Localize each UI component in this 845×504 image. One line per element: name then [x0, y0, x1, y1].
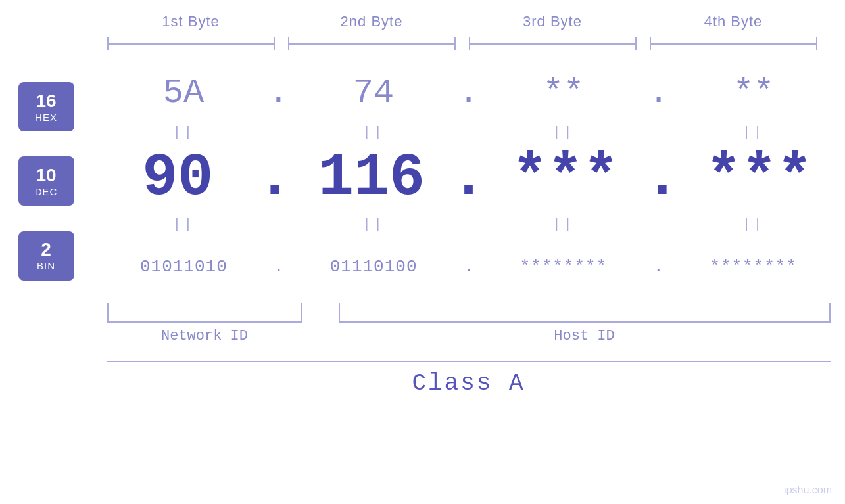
eq-row-1: || || || ||	[92, 122, 845, 142]
bin-badge-label: BIN	[37, 260, 55, 271]
hex-byte3: **	[479, 74, 648, 112]
bin-dot3: .	[648, 257, 668, 277]
dec-badge-label: DEC	[35, 186, 58, 197]
base-labels-column: 16 HEX 10 DEC 2 BIN	[0, 63, 92, 300]
bin-dot1: .	[269, 257, 289, 277]
dec-byte4: ***	[680, 145, 838, 212]
eq2-b2: ||	[289, 216, 459, 233]
hex-row: 5A . 74 . ** . **	[92, 63, 845, 122]
byte2-bracket	[288, 37, 456, 50]
host-id-label: Host ID	[339, 328, 831, 344]
network-id-label: Network ID	[107, 328, 302, 344]
hex-badge-label: HEX	[35, 112, 57, 123]
class-bracket-line	[107, 361, 831, 362]
hex-badge: 16 HEX	[18, 82, 74, 131]
bin-byte2: 01110100	[289, 257, 459, 277]
bin-byte4: ********	[668, 257, 838, 277]
hex-badge-num: 16	[36, 91, 56, 112]
bin-row: 01011010 . 01110100 . ******** . *******…	[92, 234, 845, 300]
network-id-bracket	[107, 303, 302, 323]
byte2-header: 2nd Byte	[281, 13, 462, 30]
dec-dot2: .	[450, 145, 486, 212]
host-id-bracket	[339, 303, 831, 323]
byte4-header: 4th Byte	[643, 13, 824, 30]
eq1-b3: ||	[479, 124, 649, 141]
watermark: ipshu.com	[784, 484, 832, 496]
dec-byte2: 116	[293, 145, 451, 212]
byte4-bracket	[650, 37, 817, 50]
hex-dot3: .	[648, 74, 669, 112]
eq1-b4: ||	[668, 124, 838, 141]
eq1-b1: ||	[99, 124, 269, 141]
eq2-b3: ||	[479, 216, 649, 233]
dec-byte3: ***	[487, 145, 645, 212]
bin-byte1: 01011010	[99, 257, 269, 277]
bin-byte3: ********	[479, 257, 649, 277]
byte3-header: 3rd Byte	[462, 13, 643, 30]
eq2-b1: ||	[99, 216, 269, 233]
hex-byte4: **	[669, 74, 838, 112]
eq2-b4: ||	[668, 216, 838, 233]
bin-badge: 2 BIN	[18, 231, 74, 281]
class-label: Class A	[107, 370, 831, 397]
dec-badge: 10 DEC	[18, 156, 74, 206]
hex-byte1: 5A	[99, 74, 268, 112]
dec-row: 90 . 116 . *** . ***	[92, 142, 845, 214]
bin-badge-num: 2	[41, 240, 51, 260]
bin-dot2: .	[459, 257, 479, 277]
dec-dot3: .	[644, 145, 680, 212]
byte3-bracket	[469, 37, 637, 50]
dec-badge-num: 10	[36, 166, 56, 186]
hex-byte2: 74	[289, 74, 458, 112]
byte1-header: 1st Byte	[101, 13, 281, 30]
dec-dot1: .	[257, 145, 293, 212]
byte1-bracket	[107, 37, 275, 50]
data-rows: 5A . 74 . ** . ** || || || || 90	[92, 63, 845, 300]
dec-byte1: 90	[99, 145, 257, 212]
hex-dot1: .	[268, 74, 289, 112]
eq-row-2: || || || ||	[92, 214, 845, 234]
hex-dot2: .	[458, 74, 479, 112]
eq1-b2: ||	[289, 124, 459, 141]
